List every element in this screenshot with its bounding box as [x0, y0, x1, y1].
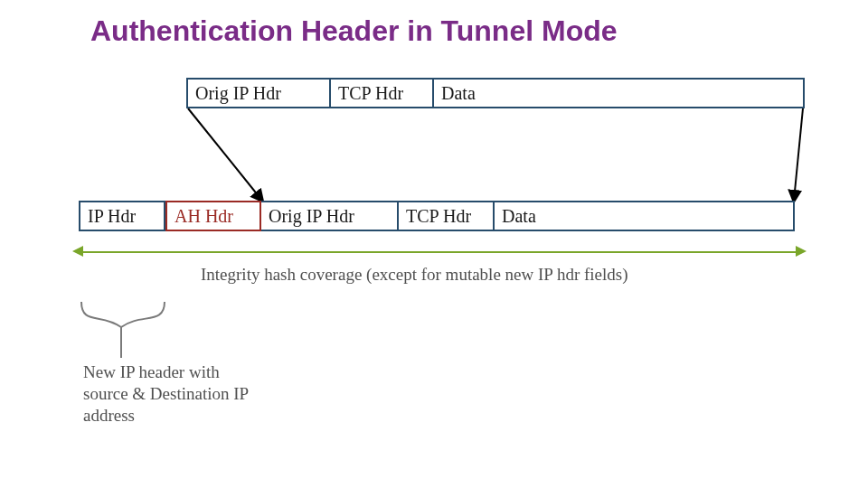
orig-tcp-hdr: TCP Hdr: [331, 78, 434, 108]
diagram-title: Authentication Header in Tunnel Mode: [90, 14, 618, 48]
original-packet-row: Orig IP Hdr TCP Hdr Data: [186, 78, 805, 108]
svg-line-1: [794, 108, 803, 201]
integrity-coverage-line: [79, 251, 800, 253]
orig-data: Data: [434, 78, 805, 108]
integrity-arrow-left-icon: [72, 246, 83, 257]
enc-orig-ip-hdr: Orig IP Hdr: [261, 201, 399, 231]
integrity-annotation: Integrity hash coverage (except for muta…: [201, 264, 689, 286]
new-ip-annotation: New IP header with source & Destination …: [83, 361, 264, 426]
enc-data: Data: [495, 201, 795, 231]
enc-tcp-hdr: TCP Hdr: [399, 201, 495, 231]
integrity-arrow-right-icon: [796, 246, 807, 257]
new-ip-hdr: IP Hdr: [79, 201, 165, 231]
encapsulated-packet-row: IP Hdr AH Hdr Orig IP Hdr TCP Hdr Data: [79, 201, 795, 231]
orig-ip-hdr: Orig IP Hdr: [186, 78, 331, 108]
svg-line-0: [188, 108, 262, 201]
ah-hdr: AH Hdr: [165, 201, 261, 231]
